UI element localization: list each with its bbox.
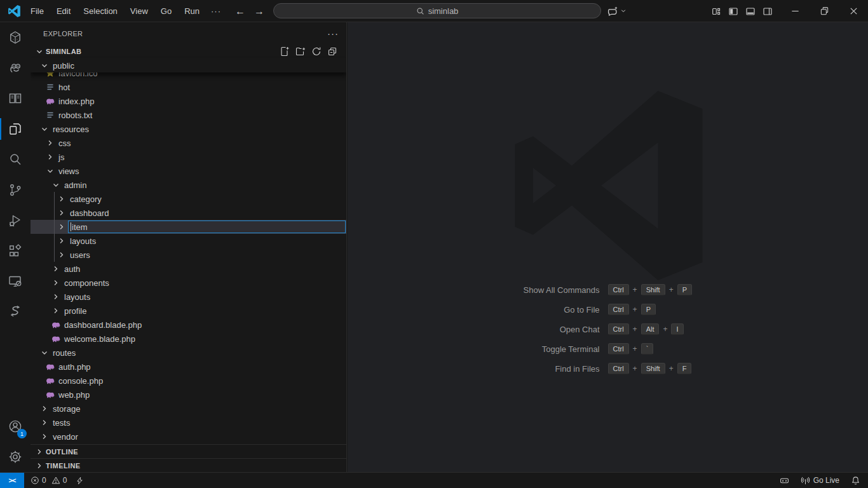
tree-item-label: hot [58,83,70,92]
back-button[interactable]: ← [234,6,247,17]
shortcut-label: Toggle Terminal [440,344,608,354]
tree-folder-components[interactable]: components [31,276,346,290]
menu-edit[interactable]: Edit [50,4,77,18]
tree-folder-storage[interactable]: storage [31,402,346,416]
go-live-label: Go Live [813,476,839,485]
chevron-right-icon [51,292,61,302]
tree-file-index.php[interactable]: index.php [31,94,346,108]
menu-selection[interactable]: Selection [77,4,123,18]
tree-item-label: users [70,250,90,260]
menu-file[interactable]: File [24,4,50,18]
accounts-icon[interactable]: 1 [0,411,31,442]
activity-source-control-icon[interactable] [0,175,31,205]
tree-folder-category[interactable]: category [31,192,346,206]
problems-status[interactable]: 0 0 [31,476,67,485]
remote-indicator-button[interactable]: >< [0,473,24,488]
timeline-label: TIMELINE [46,462,81,470]
activity-monkey-extension-icon[interactable] [0,53,31,83]
tree-file-robots.txt[interactable]: robots.txt [31,108,346,122]
activity-remote-explorer-icon[interactable] [0,266,31,297]
copilot-status[interactable] [780,476,789,485]
activity-explorer-icon[interactable] [0,114,31,144]
tree-item-label: layouts [64,292,90,302]
copilot-icon [607,6,618,17]
go-live-button[interactable]: Go Live [801,476,839,485]
tree-file-welcome.blade.php[interactable]: welcome.blade.php [31,332,346,346]
chevron-right-icon [57,208,67,218]
rename-input[interactable]: item [68,220,346,233]
activity-s-lightning-extension-icon[interactable] [0,297,31,327]
activity-search-icon[interactable] [0,144,31,175]
error-count: 0 [42,476,46,485]
tree-folder-auth[interactable]: auth [31,262,346,276]
activity-cube-extension-icon[interactable] [0,22,31,53]
tree-folder-dashboard[interactable]: dashboard [31,206,346,220]
sticky-folder-public[interactable]: public [31,58,346,72]
tree-folder-admin[interactable]: admin [31,178,346,192]
activity-run-debug-icon[interactable] [0,205,31,236]
tree-file-console.php[interactable]: console.php [31,374,346,388]
shortcut-label: Go to File [440,305,608,315]
new-file-icon[interactable] [280,46,290,57]
settings-gear-icon[interactable] [0,442,31,472]
tree-item-label: components [64,278,109,288]
command-center-search[interactable]: siminlab [273,3,601,18]
minimize-button[interactable] [780,0,810,22]
tree-folder-routes[interactable]: routes [31,346,346,360]
account-badge: 1 [17,429,27,438]
menu-view[interactable]: View [124,4,154,18]
tree-item-label: resources [53,125,89,134]
tree-item-label: index.php [58,97,94,106]
txt-file-icon [45,82,55,92]
new-folder-icon[interactable] [295,46,306,57]
customize-layout-icon[interactable] [711,6,721,17]
menu-overflow[interactable]: ··· [206,4,226,18]
tree-file-web.php[interactable]: web.php [31,388,346,402]
menu-run[interactable]: Run [178,4,206,18]
hot-reload-status[interactable] [76,477,84,485]
tree-folder-tests[interactable]: tests [31,416,346,430]
tree-folder-resources[interactable]: resources [31,122,346,136]
toggle-secondary-sidebar-icon[interactable] [763,6,773,17]
remote-glyph: >< [9,477,16,484]
restore-button[interactable] [810,0,839,22]
activity-extensions-icon[interactable] [0,236,31,266]
tree-file-auth.php[interactable]: auth.php [31,360,346,374]
activity-book-extension-icon[interactable] [0,83,31,114]
refresh-icon[interactable] [311,46,322,57]
toggle-primary-sidebar-icon[interactable] [728,6,738,17]
tree-folder-css[interactable]: css [31,136,346,150]
workspace-section-header[interactable]: SIMINLAB [31,44,346,58]
timeline-pane-header[interactable]: TIMELINE [31,458,346,472]
chevron-down-icon [620,8,627,14]
search-text: siminlab [428,6,459,16]
forward-button[interactable]: → [253,6,266,17]
tree-item-label: welcome.blade.php [64,334,135,344]
php-file-icon [51,334,61,344]
shortcut-keys: Ctrl+Alt+I [608,323,776,335]
key-Shift: Shift [641,284,665,295]
chevron-down-icon [51,180,61,190]
tree-file-hot[interactable]: hot [31,80,346,94]
menu-go[interactable]: Go [154,4,178,18]
php-file-icon [45,376,55,386]
tree-folder-layouts[interactable]: layouts [31,234,346,248]
notifications-button[interactable] [851,476,860,485]
close-button[interactable] [839,0,868,22]
tree-folder-users[interactable]: users [31,248,346,262]
collapse-folders-icon[interactable] [327,46,337,57]
outline-pane-header[interactable]: OUTLINE [31,444,346,458]
tree-file-dashboard.blade.php[interactable]: dashboard.blade.php [31,318,346,332]
tree-item-label: dashboard [70,208,109,218]
tree-folder-layouts[interactable]: layouts [31,290,346,304]
chevron-right-icon [34,461,44,471]
views-and-more-actions-icon[interactable]: ··· [327,28,339,39]
tree-folder-item[interactable]: item [31,220,346,234]
tree-folder-vendor[interactable]: vendor [31,430,346,444]
tree-folder-js[interactable]: js [31,150,346,164]
key-Ctrl: Ctrl [608,343,629,355]
tree-folder-views[interactable]: views [31,164,346,178]
copilot-menu-button[interactable] [607,3,627,19]
toggle-panel-icon[interactable] [745,6,756,17]
tree-folder-profile[interactable]: profile [31,304,346,318]
